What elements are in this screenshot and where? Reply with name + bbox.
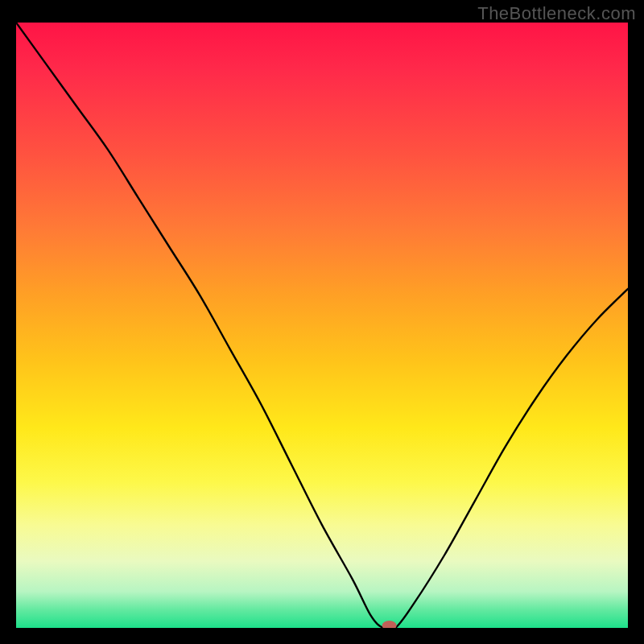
plot-area <box>16 23 628 628</box>
watermark-text: TheBottleneck.com <box>477 3 636 24</box>
bottleneck-curve <box>16 23 628 628</box>
curve-svg <box>16 23 628 628</box>
chart-container: TheBottleneck.com <box>0 0 644 644</box>
minimum-marker <box>382 621 397 628</box>
